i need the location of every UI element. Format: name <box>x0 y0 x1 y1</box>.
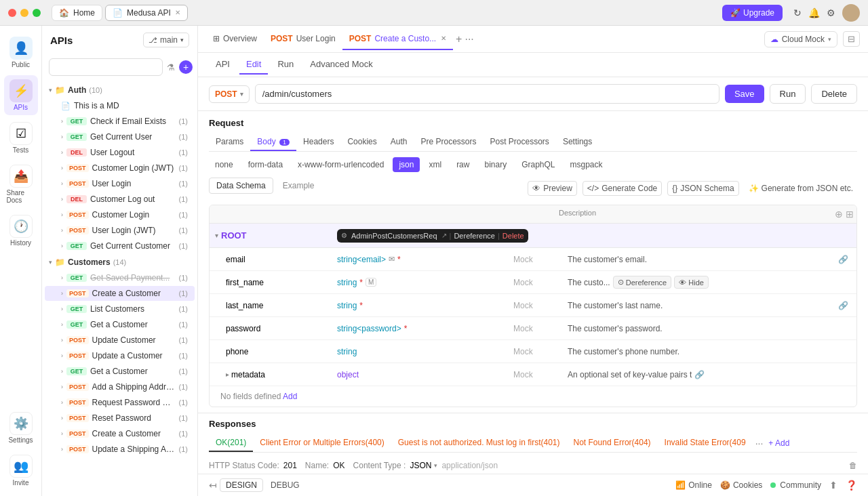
response-tabs-more[interactable]: ··· <box>755 438 764 449</box>
admin-post-customers-req-label[interactable]: AdminPostCustomersReq <box>349 231 440 241</box>
sidebar-item-history[interactable]: 🕐 History <box>4 211 38 251</box>
tree-item-this-is-md[interactable]: 📄 This is a MD <box>45 98 195 113</box>
expand-metadata-icon[interactable]: ▸ <box>226 371 229 378</box>
tree-item-user-login-jwt[interactable]: › POST User Login (JWT) (1) <box>45 223 195 238</box>
save-button[interactable]: Save <box>725 85 764 103</box>
body-type-graphql[interactable]: GraphQL <box>515 157 561 172</box>
group-auth-header[interactable]: ▾ 📁 Auth (10) <box>42 83 197 98</box>
preview-button[interactable]: 👁 Preview <box>528 181 577 196</box>
upgrade-button[interactable]: 🚀 Upgrade <box>722 5 783 21</box>
avatar[interactable] <box>842 4 860 22</box>
content-type-selector[interactable]: JSON ▾ <box>410 461 437 470</box>
body-type-none[interactable]: none <box>209 157 239 172</box>
debug-button[interactable]: DEBUG <box>264 478 306 492</box>
tab-medusa[interactable]: 📄 Medusa API ✕ <box>105 5 188 21</box>
url-input[interactable] <box>255 84 719 104</box>
body-type-urlencoded[interactable]: x-www-form-urlencoded <box>292 157 390 172</box>
tree-item-customer-login[interactable]: › POST Customer Login (1) <box>45 207 195 222</box>
tab-advanced-mock[interactable]: Advanced Mock <box>303 55 380 75</box>
password-mock-cell[interactable]: Mock <box>508 321 562 337</box>
tab-more-button[interactable]: ··· <box>465 33 473 45</box>
tree-item-create-customer[interactable]: › POST Create a Customer (1) <box>45 286 195 301</box>
tree-item-check-email[interactable]: › GET Check if Email Exists (1) <box>45 114 195 129</box>
req-tab-settings[interactable]: Settings <box>556 133 599 151</box>
hide-button[interactable]: 👁 Hide <box>674 276 709 289</box>
tab-add-button[interactable]: + <box>456 33 462 45</box>
bell-icon[interactable]: 🔔 <box>808 7 820 18</box>
collapse-icon[interactable]: ▾ <box>215 232 218 239</box>
req-tab-auth[interactable]: Auth <box>384 133 414 151</box>
metadata-mock-cell[interactable]: Mock <box>508 367 562 383</box>
req-tab-body[interactable]: Body 1 <box>250 133 296 151</box>
group-customers-header[interactable]: ▾ 📁 Customers (14) <box>42 255 197 270</box>
tree-item-get-a-customer-2[interactable]: › GET Get a Customer (1) <box>45 364 195 379</box>
delete-button[interactable]: Delete <box>811 84 857 104</box>
sidebar-item-tests[interactable]: ☑ Tests <box>4 118 38 158</box>
branch-selector[interactable]: ⎇ main ▾ <box>143 33 189 47</box>
schema-tab-data[interactable]: Data Schema <box>209 178 273 194</box>
tree-item-update-a-customer[interactable]: › POST Update a Customer (1) <box>45 348 195 363</box>
minimize-dot[interactable] <box>20 9 28 17</box>
tab-edit[interactable]: Edit <box>239 55 268 75</box>
plus-circle-icon[interactable]: ⊕ <box>835 209 843 220</box>
tab-create-customer[interactable]: POST Create a Custo... ✕ <box>342 28 453 50</box>
dereference-popup-label[interactable]: Dereference <box>454 232 495 240</box>
cloud-mock-selector[interactable]: ☁ Cloud Mock ▾ <box>764 31 837 47</box>
req-tab-cookies[interactable]: Cookies <box>340 133 383 151</box>
body-type-xml[interactable]: xml <box>422 157 448 172</box>
tree-item-update-shipping[interactable]: › POST Update a Shipping Add... (1) <box>45 442 195 457</box>
tab-close-icon[interactable]: ✕ <box>175 9 180 16</box>
tree-item-get-current-customer[interactable]: › GET Get Current Customer (1) <box>45 239 195 253</box>
response-tab-401[interactable]: Guest is not authorized. Must log in fir… <box>391 434 567 452</box>
response-tab-404[interactable]: Not Found Error(404) <box>567 434 658 452</box>
panel-toggle-button[interactable]: ⊟ <box>843 31 860 47</box>
name-value[interactable]: OK <box>333 461 344 470</box>
online-indicator[interactable]: 📶 Online <box>675 480 712 490</box>
sidebar-item-public[interactable]: 👤 Public <box>4 33 38 73</box>
tab-run[interactable]: Run <box>271 55 300 75</box>
design-button[interactable]: DESIGN <box>220 478 263 492</box>
close-dot[interactable] <box>8 9 16 17</box>
body-type-form-data[interactable]: form-data <box>242 157 289 172</box>
tree-item-get-saved-payment[interactable]: › GET Get Saved Payment... (1) <box>45 270 195 285</box>
req-tab-params[interactable]: Params <box>209 133 250 151</box>
generate-code-button[interactable]: </> Generate Code <box>583 181 662 196</box>
sidebar-item-share[interactable]: 📤 Share Docs <box>4 161 38 208</box>
tree-item-get-a-customer[interactable]: › GET Get a Customer (1) <box>45 317 195 332</box>
tree-item-get-current-user[interactable]: › GET Get Current User (1) <box>45 129 195 144</box>
body-type-binary[interactable]: binary <box>478 157 513 172</box>
add-response-button[interactable]: + Add <box>768 438 789 448</box>
community-button[interactable]: Community <box>770 480 821 490</box>
last-name-mock-cell[interactable]: Mock <box>508 297 562 314</box>
tree-item-reset-password-req[interactable]: › POST Request Password Reset (1) <box>45 395 195 410</box>
link-icon[interactable]: 🔗 <box>838 301 848 310</box>
link-icon[interactable]: 🔗 <box>694 370 705 379</box>
import-icon[interactable]: ⬆ <box>829 480 837 491</box>
help-icon[interactable]: ❓ <box>846 480 857 491</box>
req-tab-pre-processors[interactable]: Pre Processors <box>414 133 483 151</box>
tree-item-user-logout[interactable]: › DEL User Logout (1) <box>45 145 195 160</box>
tree-item-user-login[interactable]: › POST User Login (1) <box>45 176 195 191</box>
body-type-json[interactable]: json <box>393 157 420 172</box>
expand-all-icon[interactable]: ⊞ <box>846 209 854 220</box>
json-schema-button[interactable]: {} JSON Schema <box>667 181 738 196</box>
dereference-button[interactable]: ⊙ Dereference <box>613 276 672 289</box>
sidebar-item-apis[interactable]: ⚡ APIs <box>4 75 38 115</box>
tree-item-customer-log-out[interactable]: › DEL Customer Log out (1) <box>45 192 195 207</box>
sidebar-item-invite[interactable]: 👥 Invite <box>4 451 38 491</box>
gear-icon[interactable]: ⚙ <box>827 7 835 18</box>
phone-mock-cell[interactable]: Mock <box>508 344 562 360</box>
tab-overview[interactable]: ⊞ Overview <box>206 28 264 50</box>
response-tab-ok201[interactable]: OK(201) <box>209 434 253 452</box>
refresh-icon[interactable]: ↻ <box>793 7 802 18</box>
req-tab-headers[interactable]: Headers <box>296 133 340 151</box>
tree-item-list-customers[interactable]: › GET List Customers (1) <box>45 302 195 316</box>
sidebar-item-settings[interactable]: ⚙️ Settings <box>4 408 38 448</box>
req-tab-post-processors[interactable]: Post Processors <box>484 133 556 151</box>
link-icon[interactable]: 🔗 <box>838 255 848 264</box>
collapse-left-icon[interactable]: ↤ <box>209 480 217 491</box>
email-mock-cell[interactable]: Mock <box>508 251 562 268</box>
response-tab-409[interactable]: Invalid State Error(409 <box>658 434 753 452</box>
method-selector[interactable]: POST ▾ <box>209 85 250 103</box>
add-field-link[interactable]: Add <box>283 392 297 401</box>
